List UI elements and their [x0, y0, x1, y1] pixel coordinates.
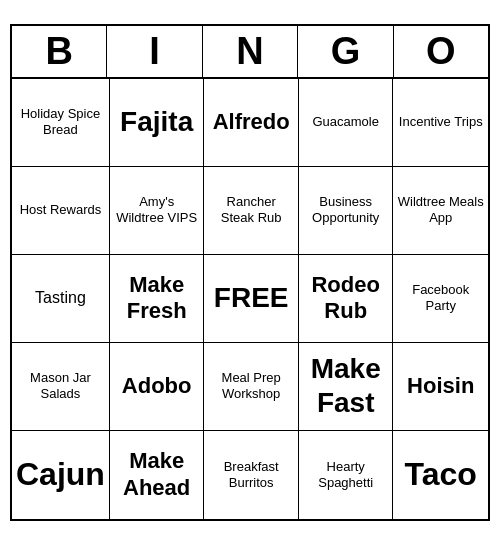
cell-text: Breakfast Burritos — [208, 459, 294, 490]
bingo-cell: Meal Prep Workshop — [204, 343, 299, 431]
cell-text: Hoisin — [407, 373, 474, 399]
bingo-cell: Incentive Trips — [393, 79, 488, 167]
bingo-grid: Holiday Spice BreadFajitaAlfredoGuacamol… — [12, 79, 488, 519]
cell-text: Adobo — [122, 373, 192, 399]
bingo-cell: Guacamole — [299, 79, 394, 167]
cell-text: Make Ahead — [114, 448, 200, 501]
bingo-header: BINGO — [12, 26, 488, 79]
cell-text: Hearty Spaghetti — [303, 459, 389, 490]
bingo-cell: Make Fast — [299, 343, 394, 431]
cell-text: Holiday Spice Bread — [16, 106, 105, 137]
cell-text: Make Fresh — [114, 272, 200, 325]
bingo-cell: Host Rewards — [12, 167, 110, 255]
bingo-cell: Cajun — [12, 431, 110, 519]
cell-text: Meal Prep Workshop — [208, 370, 294, 401]
bingo-cell: Alfredo — [204, 79, 299, 167]
bingo-header-letter: G — [298, 26, 393, 79]
bingo-cell: Taco — [393, 431, 488, 519]
bingo-cell: Hoisin — [393, 343, 488, 431]
cell-text: Tasting — [35, 288, 86, 307]
cell-text: Wildtree Meals App — [397, 194, 484, 225]
bingo-cell: Holiday Spice Bread — [12, 79, 110, 167]
bingo-cell: Business Opportunity — [299, 167, 394, 255]
cell-text: Mason Jar Salads — [16, 370, 105, 401]
cell-text: Cajun — [16, 455, 105, 493]
cell-text: Rancher Steak Rub — [208, 194, 294, 225]
bingo-cell: Make Ahead — [110, 431, 205, 519]
bingo-cell: Adobo — [110, 343, 205, 431]
cell-text: Make Fast — [303, 352, 389, 419]
bingo-header-letter: B — [12, 26, 107, 79]
bingo-cell: Make Fresh — [110, 255, 205, 343]
cell-text: Amy's Wildtree VIPS — [114, 194, 200, 225]
bingo-cell: Rancher Steak Rub — [204, 167, 299, 255]
bingo-cell: Breakfast Burritos — [204, 431, 299, 519]
bingo-cell: Mason Jar Salads — [12, 343, 110, 431]
bingo-cell: FREE — [204, 255, 299, 343]
bingo-card: BINGO Holiday Spice BreadFajitaAlfredoGu… — [10, 24, 490, 521]
cell-text: Alfredo — [213, 109, 290, 135]
bingo-header-letter: O — [394, 26, 488, 79]
bingo-cell: Facebook Party — [393, 255, 488, 343]
bingo-cell: Wildtree Meals App — [393, 167, 488, 255]
bingo-cell: Hearty Spaghetti — [299, 431, 394, 519]
bingo-cell: Rodeo Rub — [299, 255, 394, 343]
bingo-header-letter: I — [107, 26, 202, 79]
cell-text: Taco — [405, 455, 477, 493]
cell-text: Guacamole — [312, 114, 378, 130]
cell-text: Facebook Party — [397, 282, 484, 313]
bingo-cell: Amy's Wildtree VIPS — [110, 167, 205, 255]
bingo-header-letter: N — [203, 26, 298, 79]
cell-text: Business Opportunity — [303, 194, 389, 225]
bingo-cell: Fajita — [110, 79, 205, 167]
bingo-cell: Tasting — [12, 255, 110, 343]
cell-text: Rodeo Rub — [303, 272, 389, 325]
cell-text: Incentive Trips — [399, 114, 483, 130]
cell-text: Fajita — [120, 105, 193, 139]
cell-text: FREE — [214, 281, 289, 315]
cell-text: Host Rewards — [20, 202, 102, 218]
